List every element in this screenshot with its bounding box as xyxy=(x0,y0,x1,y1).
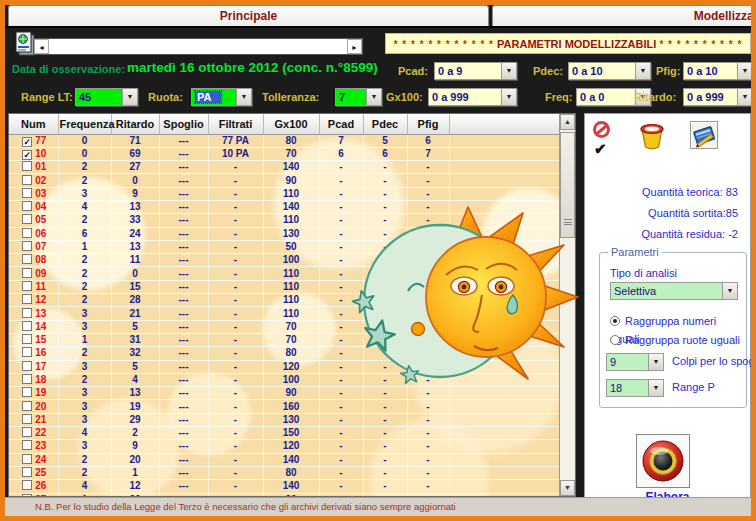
table-row[interactable]: ✓10069---10 PA70667 xyxy=(9,147,561,160)
row-checkbox[interactable] xyxy=(22,361,32,371)
table-row[interactable]: 2339----120--- xyxy=(9,440,561,453)
notebook-icon[interactable] xyxy=(690,121,718,149)
chevron-down-icon[interactable]: ▼ xyxy=(737,89,752,105)
horizontal-scrollbar[interactable]: ◄ ► xyxy=(33,38,363,55)
colpi-select[interactable]: 9▼ xyxy=(606,353,664,371)
table-row[interactable]: ✓77071---77 PA80756 xyxy=(9,134,561,147)
pcad-select[interactable]: 0 a 9▼ xyxy=(434,62,517,80)
row-checkbox[interactable] xyxy=(22,268,32,278)
row-checkbox[interactable] xyxy=(22,161,32,171)
table-row[interactable]: 2521----80--- xyxy=(9,466,561,479)
table-row[interactable]: 11215----110--- xyxy=(9,280,561,293)
ritardo-select[interactable]: 0 a 999▼ xyxy=(683,88,753,106)
table-row[interactable]: 01227----140--- xyxy=(9,161,561,174)
row-checkbox[interactable] xyxy=(22,254,32,264)
table-row[interactable]: 0920----110--- xyxy=(9,267,561,280)
row-checkbox[interactable] xyxy=(22,480,32,490)
table-row[interactable]: 20319----160--- xyxy=(9,400,561,413)
row-checkbox[interactable] xyxy=(22,321,32,331)
table-row[interactable]: 15131----70--- xyxy=(9,333,561,346)
column-header[interactable]: Pfig xyxy=(407,114,449,134)
table-row[interactable]: 13321----110--- xyxy=(9,307,561,320)
scrollbar-thumb[interactable] xyxy=(560,132,575,238)
row-checkbox[interactable]: ✓ xyxy=(22,150,32,160)
pdec-select[interactable]: 0 a 10▼ xyxy=(568,62,651,80)
range-lt-select[interactable]: 45▼ xyxy=(75,88,138,106)
table-row[interactable]: 24220----140--- xyxy=(9,453,561,466)
chevron-down-icon[interactable]: ▼ xyxy=(648,354,663,370)
row-checkbox[interactable]: ✓ xyxy=(22,137,32,147)
column-header[interactable]: Spoglio xyxy=(159,114,208,134)
row-checkbox[interactable] xyxy=(22,294,32,304)
table-row[interactable]: 26412----140--- xyxy=(9,480,561,493)
scroll-left-arrow-icon[interactable]: ◄ xyxy=(34,39,49,54)
table-row[interactable]: 2242----150--- xyxy=(9,427,561,440)
column-header[interactable]: Filtrati xyxy=(208,114,263,134)
column-header[interactable]: Ritardo xyxy=(111,114,159,134)
row-checkbox[interactable] xyxy=(22,454,32,464)
table-row[interactable]: 08211----100--- xyxy=(9,254,561,267)
row-checkbox[interactable] xyxy=(22,175,32,185)
table-row[interactable]: 05233----110--- xyxy=(9,214,561,227)
table-row[interactable]: 04413----140--- xyxy=(9,200,561,213)
range-p-select[interactable]: 18▼ xyxy=(606,379,664,397)
scroll-up-arrow-icon[interactable]: ▲ xyxy=(560,114,575,130)
table-row[interactable]: 21329----130--- xyxy=(9,413,561,426)
row-checkbox[interactable] xyxy=(22,387,32,397)
table-row[interactable]: 07113----50--- xyxy=(9,240,561,253)
radio-raggruppa-ruote[interactable]: Raggruppa ruote uguali xyxy=(610,330,740,348)
row-checkbox[interactable] xyxy=(22,188,32,198)
chevron-down-icon[interactable]: ▼ xyxy=(501,89,516,105)
chevron-down-icon[interactable]: ▼ xyxy=(635,63,650,79)
tab-principale[interactable]: Principale xyxy=(8,5,489,26)
row-checkbox[interactable] xyxy=(22,347,32,357)
row-checkbox[interactable] xyxy=(22,214,32,224)
table-row[interactable]: 16232----80--- xyxy=(9,347,561,360)
gx100-select[interactable]: 0 a 999▼ xyxy=(428,88,517,106)
column-header[interactable]: Pdec xyxy=(363,114,407,134)
row-checkbox[interactable] xyxy=(22,401,32,411)
scroll-right-arrow-icon[interactable]: ► xyxy=(347,39,362,54)
column-header[interactable]: Num xyxy=(9,114,58,134)
row-checkbox[interactable] xyxy=(22,374,32,384)
elabora-button[interactable] xyxy=(636,434,690,488)
tipo-di-analisi-select[interactable]: Selettiva▼ xyxy=(610,282,738,300)
table-row[interactable]: 19313----90--- xyxy=(9,387,561,400)
bucket-icon[interactable] xyxy=(637,121,665,149)
table-row[interactable]: 06624----130--- xyxy=(9,227,561,240)
row-checkbox[interactable] xyxy=(22,427,32,437)
column-header[interactable]: Gx100 xyxy=(263,114,319,134)
row-checkbox[interactable] xyxy=(22,281,32,291)
table-row[interactable]: 0220----90--- xyxy=(9,174,561,187)
table-row[interactable]: 12228----110--- xyxy=(9,294,561,307)
row-checkbox[interactable] xyxy=(22,440,32,450)
table-row[interactable]: 0339----110--- xyxy=(9,187,561,200)
row-checkbox[interactable] xyxy=(22,334,32,344)
radio-unselected-icon[interactable] xyxy=(610,335,620,345)
chevron-down-icon[interactable]: ▼ xyxy=(366,89,381,105)
pfig-select[interactable]: 0 a 10▼ xyxy=(683,62,753,80)
chevron-down-icon[interactable]: ▼ xyxy=(722,283,737,299)
radio-selected-icon[interactable] xyxy=(610,316,620,326)
chevron-down-icon[interactable]: ▼ xyxy=(737,63,752,79)
chevron-down-icon[interactable]: ▼ xyxy=(648,380,663,396)
row-checkbox[interactable] xyxy=(22,228,32,238)
column-header[interactable]: Pcad xyxy=(319,114,363,134)
row-checkbox[interactable] xyxy=(22,467,32,477)
column-header[interactable]: Frequenza xyxy=(58,114,111,134)
row-checkbox[interactable] xyxy=(22,241,32,251)
table-row[interactable]: 1435----70--- xyxy=(9,320,561,333)
row-checkbox[interactable] xyxy=(22,201,32,211)
tab-modellizzato[interactable]: Modellizzato xyxy=(492,5,756,26)
table-row[interactable]: 1735----120--- xyxy=(9,360,561,373)
chevron-down-icon[interactable]: ▼ xyxy=(501,63,516,79)
scroll-down-arrow-icon[interactable]: ▼ xyxy=(560,480,575,496)
vertical-scrollbar[interactable]: ▲ ▼ xyxy=(559,114,575,496)
row-checkbox[interactable] xyxy=(22,308,32,318)
tolleranza-select[interactable]: 7▼ xyxy=(335,88,382,106)
chevron-down-icon[interactable]: ▼ xyxy=(122,89,137,105)
table-row[interactable]: 1824----100--- xyxy=(9,373,561,386)
chevron-down-icon[interactable]: ▼ xyxy=(236,89,251,105)
ruota-select[interactable]: PA▼ xyxy=(191,88,252,106)
row-checkbox[interactable] xyxy=(22,414,32,424)
